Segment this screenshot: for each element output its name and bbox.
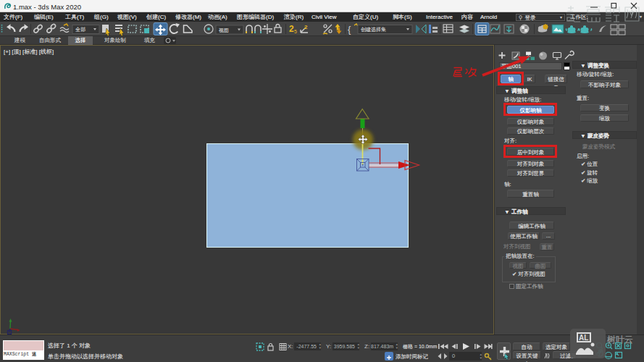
svg-text:2: 2 [289,24,294,34]
svg-text:2: 2 [304,24,308,30]
svg-text:{: { [348,24,351,35]
svg-text:5: 5 [294,29,297,34]
svg-text:AL: AL [579,334,588,342]
